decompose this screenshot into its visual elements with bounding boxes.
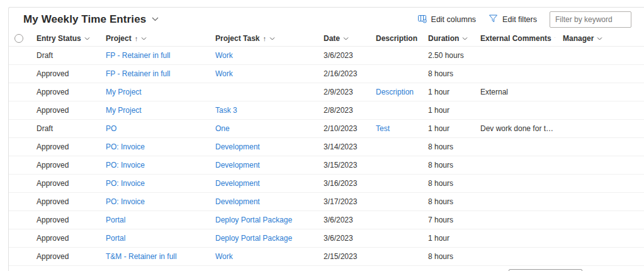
cell-link[interactable]: Deploy Portal Package <box>215 216 292 224</box>
keyword-filter-input[interactable] <box>550 11 631 28</box>
table-row[interactable]: ApprovedMy ProjectTask 32/8/20231 hour <box>9 101 644 120</box>
view-selector[interactable]: My Weekly Time Entries <box>23 13 159 26</box>
column-header-date[interactable]: Date <box>316 34 368 43</box>
select-all-checkbox[interactable] <box>14 34 23 43</box>
cell-project: PO: Invoice <box>98 161 208 170</box>
cell-link[interactable]: My Project <box>106 88 142 96</box>
filter-funnel-icon <box>489 14 498 25</box>
cell-entry_status: Approved <box>29 197 98 206</box>
cell-text: 2/15/2023 <box>324 252 357 261</box>
cell-duration: 1 hour <box>421 234 473 243</box>
cell-text: Approved <box>37 216 69 224</box>
page-title: My Weekly Time Entries <box>23 13 146 26</box>
cell-link[interactable]: Development <box>215 161 260 170</box>
column-header-label: Project <box>106 34 132 43</box>
cell-entry_status: Draft <box>29 124 98 133</box>
cell-entry_status: Approved <box>29 106 98 115</box>
column-header-external_comments[interactable]: External Comments <box>473 34 555 43</box>
table-row[interactable]: ApprovedPortalDeploy Portal Package3/6/2… <box>9 211 644 229</box>
cell-link[interactable]: T&M - Retainer in full <box>106 252 177 261</box>
chevron-down-icon <box>597 37 602 40</box>
table-row[interactable]: ApprovedFP - Retainer in fullWork2/16/20… <box>9 65 644 83</box>
grid-body: DraftFP - Retainer in fullWork3/6/20232.… <box>9 47 644 266</box>
column-header-duration[interactable]: Duration <box>421 34 473 43</box>
cell-link[interactable]: Task 3 <box>215 106 237 115</box>
cell-entry_status: Approved <box>29 88 98 96</box>
cell-link[interactable]: PO: Invoice <box>106 179 145 188</box>
cell-project: PO: Invoice <box>98 142 208 151</box>
cell-project_task: Development <box>208 161 316 170</box>
cell-link[interactable]: PO: Invoice <box>106 142 145 151</box>
cell-text: 2/9/2023 <box>324 88 353 96</box>
cell-text: 2.50 hours <box>428 51 464 60</box>
chevron-down-icon <box>84 37 90 40</box>
edit-filters-button[interactable]: Edit filters <box>489 14 537 25</box>
cell-text: Approved <box>37 234 69 243</box>
cell-project_task: Work <box>208 252 316 261</box>
column-header-label: Duration <box>428 34 459 43</box>
chevron-down-icon <box>152 17 159 21</box>
column-header-project[interactable]: Project ↑ <box>98 34 208 43</box>
cell-date: 3/16/2023 <box>316 179 368 188</box>
cell-project: PO: Invoice <box>98 179 208 188</box>
cell-project_task: Deploy Portal Package <box>208 216 316 224</box>
cell-link[interactable]: Development <box>215 142 260 151</box>
edit-filters-label: Edit filters <box>502 15 537 24</box>
column-header-project_task[interactable]: Project Task ↑ <box>208 34 316 43</box>
cell-link[interactable]: PO <box>106 124 116 133</box>
cell-duration: 8 hours <box>421 252 473 261</box>
cell-link[interactable]: Development <box>215 179 260 188</box>
cell-link[interactable]: Portal <box>106 234 125 243</box>
cell-text: 1 hour <box>428 106 449 115</box>
cell-date: 2/8/2023 <box>316 106 368 115</box>
cell-link[interactable]: Development <box>215 197 260 206</box>
table-row[interactable]: ApprovedMy Project2/9/2023Description1 h… <box>9 83 644 101</box>
table-row[interactable]: ApprovedPO: InvoiceDevelopment3/14/20238… <box>9 138 644 156</box>
column-header-label: Entry Status <box>37 34 81 43</box>
column-header-entry_status[interactable]: Entry Status <box>29 34 98 43</box>
table-row[interactable]: DraftPOOne2/10/2023Test1 hourDev work do… <box>9 120 644 138</box>
cell-link[interactable]: FP - Retainer in full <box>106 51 171 60</box>
cell-text: 3/17/2023 <box>324 197 357 206</box>
cell-link[interactable]: Work <box>215 252 233 261</box>
cell-project: My Project <box>98 88 208 96</box>
cell-link[interactable]: One <box>215 124 230 133</box>
cell-link[interactable]: My Project <box>106 106 142 115</box>
cell-entry_status: Draft <box>29 51 98 60</box>
table-row[interactable]: ApprovedPO: InvoiceDevelopment3/15/20238… <box>9 156 644 175</box>
column-header-label: Manager <box>563 34 594 43</box>
cell-link[interactable]: Test <box>376 124 390 133</box>
table-row[interactable]: ApprovedPortalDeploy Portal Package3/6/2… <box>9 229 644 248</box>
column-header-manager[interactable]: Manager <box>555 34 644 43</box>
cell-link[interactable]: PO: Invoice <box>106 161 145 170</box>
cell-link[interactable]: Work <box>215 69 233 78</box>
cell-project: FP - Retainer in full <box>98 51 208 60</box>
cell-link[interactable]: Work <box>215 51 233 60</box>
cell-description: Description <box>368 88 421 96</box>
table-row[interactable]: ApprovedPO: InvoiceDevelopment3/16/20238… <box>9 175 644 193</box>
table-row[interactable]: DraftFP - Retainer in fullWork3/6/20232.… <box>9 47 644 65</box>
table-row[interactable]: ApprovedT&M - Retainer in fullWork2/15/2… <box>9 248 644 266</box>
cell-project_task: Development <box>208 142 316 151</box>
cell-duration: 8 hours <box>421 69 473 78</box>
column-header-description[interactable]: Description <box>368 34 421 43</box>
cell-entry_status: Approved <box>29 161 98 170</box>
cell-text: 3/16/2023 <box>324 179 357 188</box>
cell-text: 3/6/2023 <box>324 216 353 224</box>
cell-link[interactable]: Deploy Portal Package <box>215 234 292 243</box>
edit-columns-icon <box>417 14 427 25</box>
cell-description: Test <box>368 124 421 133</box>
cell-link[interactable]: FP - Retainer in full <box>106 69 171 78</box>
cell-duration: 8 hours <box>421 142 473 151</box>
edit-columns-button[interactable]: Edit columns <box>417 14 477 25</box>
cell-text: Draft <box>37 124 53 133</box>
cell-text: 3/6/2023 <box>324 234 353 243</box>
cell-link[interactable]: Portal <box>106 216 125 224</box>
cell-text: Approved <box>37 69 69 78</box>
cell-link[interactable]: PO: Invoice <box>106 197 145 206</box>
cell-duration: 8 hours <box>421 197 473 206</box>
cell-text: 2/8/2023 <box>324 106 353 115</box>
cell-project_task: Development <box>208 197 316 206</box>
cell-link[interactable]: Description <box>376 88 414 96</box>
table-row[interactable]: ApprovedPO: InvoiceDevelopment3/17/20238… <box>9 193 644 211</box>
